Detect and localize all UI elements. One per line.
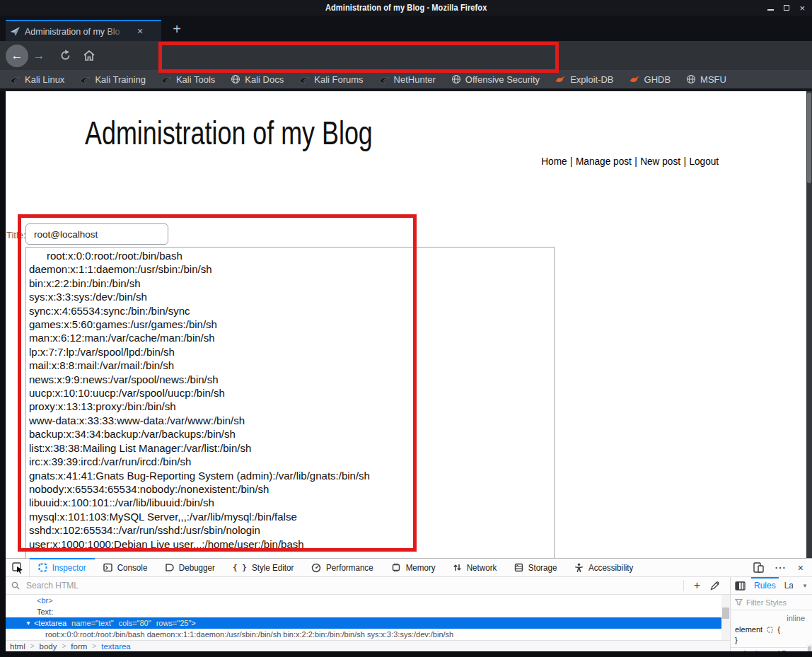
tab-layout-truncated[interactable]: La [784, 581, 793, 591]
devtools-tab-performance[interactable]: Performance [303, 559, 383, 576]
title-input[interactable] [25, 223, 168, 245]
bookmark-item[interactable]: NetHunter [379, 74, 436, 85]
add-node-button[interactable]: + [694, 579, 700, 592]
tab-close-icon[interactable]: × [134, 25, 146, 37]
bookmarks-toolbar: Kali LinuxKali TrainingKali ToolsKali Do… [0, 70, 812, 91]
devtools-tab-style-editor[interactable]: { }Style Editor [224, 559, 303, 576]
devtools-tab-debugger[interactable]: Debugger [156, 559, 224, 576]
devtools-tab-accessibility[interactable]: Accessibility [566, 559, 642, 576]
accessibility-icon [574, 563, 584, 573]
navigation-toolbar: ← → i vulnerable/admin/edit.php?id=0 uni… [0, 41, 812, 70]
devtools-close-icon[interactable]: × [798, 562, 804, 574]
forward-button[interactable]: → [28, 49, 50, 63]
devtools-tab-label: Debugger [179, 563, 215, 573]
markup-toolbar-right: + [683, 579, 724, 592]
new-tab-button[interactable]: + [168, 21, 185, 37]
markup-row-text-content[interactable]: root:x:0:0:root:/root:/bin/bash daemon:x… [6, 629, 730, 640]
markup-row-text[interactable]: Text: [6, 606, 730, 617]
breadcrumb-item-textarea[interactable]: textarea [101, 642, 131, 651]
markup-scrollbar-thumb[interactable] [722, 607, 729, 619]
reload-button[interactable] [59, 50, 71, 62]
breadcrumb-item-body[interactable]: body [40, 642, 57, 651]
nav-link[interactable]: New post [640, 155, 680, 167]
title-field-label: Title: [6, 230, 26, 240]
page-scrollbar[interactable] [806, 91, 812, 558]
breadcrumb: html>body>form>textarea [6, 640, 730, 651]
devtools-tab-label: Storage [528, 563, 557, 573]
page-scrollbar-thumb[interactable] [807, 93, 811, 183]
next-rule-location-link[interactable]: …fault.css:15 [735, 649, 806, 651]
inspector-left-pane: + <br> Text: ▼<textareaname="text"cols="… [6, 577, 730, 651]
kali-icon [161, 75, 172, 84]
bookmark-label: MSFU [700, 74, 726, 85]
responsive-design-icon[interactable] [753, 562, 764, 573]
rules-scrollbar-thumb[interactable] [808, 646, 811, 651]
tab-title: Administration of my Blo [25, 26, 128, 37]
devtools-tab-console[interactable]: Console [95, 559, 156, 576]
bookmark-item[interactable]: Kali Forums [299, 74, 363, 85]
window-controls: × [767, 0, 805, 16]
globe-icon [686, 74, 696, 84]
breadcrumb-item-form[interactable]: form [71, 642, 87, 651]
expand-arrow-icon[interactable]: ▼ [25, 620, 31, 627]
browser-tab[interactable]: Administration of my Blo × [6, 20, 161, 41]
bookmark-item[interactable]: Kali Docs [231, 74, 284, 85]
breadcrumb-item-html[interactable]: html [10, 642, 25, 651]
page-title: Administration of my Blog [85, 114, 373, 152]
globe-icon [231, 74, 240, 84]
kali-icon [80, 75, 91, 84]
markup-view: <br> Text: ▼<textareaname="text"cols="80… [6, 595, 730, 640]
bookmark-item[interactable]: Kali Linux [10, 74, 64, 85]
devtools-meatball-menu-icon[interactable]: ··· [775, 562, 787, 573]
attribute: rows="25" [156, 619, 192, 627]
bookmark-label: Kali Linux [25, 74, 64, 85]
devtools-tab-label: Console [117, 563, 148, 573]
devtools-tab-storage[interactable]: Storage [506, 559, 566, 576]
window-title: Administration of my Blog - Mozilla Fire… [325, 3, 487, 13]
bookmark-item[interactable]: Kali Training [80, 74, 146, 85]
brace-open: { [777, 624, 780, 635]
kali-icon [299, 75, 310, 84]
tab-rules[interactable]: Rules [751, 577, 779, 594]
nav-link[interactable]: Manage post [576, 155, 632, 167]
maximize-button[interactable] [784, 5, 789, 11]
markup-scrollbar[interactable] [721, 595, 730, 640]
debugger-icon [165, 563, 174, 572]
back-button[interactable]: ← [6, 45, 28, 67]
minimize-button[interactable] [767, 9, 774, 11]
inspector-icon [38, 563, 47, 572]
devtools-tab-memory[interactable]: Memory [383, 559, 444, 576]
bookmark-item[interactable]: Exploit-DB [555, 74, 613, 85]
bookmark-item[interactable]: Kali Tools [161, 74, 215, 85]
markup-row-textarea-selected[interactable]: ▼<textareaname="text"cols="80"rows="25"> [6, 617, 721, 629]
sidebar-toggle-icon[interactable] [735, 581, 746, 591]
post-text-area[interactable] [25, 247, 555, 558]
bookmark-item[interactable]: MSFU [686, 74, 726, 85]
bookmark-label: Kali Forums [314, 74, 363, 85]
devtools-tab-inspector[interactable]: Inspector [30, 559, 95, 576]
markup-row-br[interactable]: <br> [6, 595, 730, 606]
chevron-down-icon[interactable]: ▼ [802, 583, 808, 589]
eyedropper-icon[interactable] [710, 581, 720, 591]
rule-selector-line: element { [735, 624, 806, 635]
nav-separator: | [683, 155, 686, 167]
bookmark-item[interactable]: GHDB [630, 74, 671, 85]
element-picker-icon[interactable] [6, 559, 30, 576]
home-button[interactable] [83, 50, 95, 62]
highlighter-target-icon[interactable] [766, 626, 774, 634]
devtools-panel: InspectorConsoleDebugger{ }Style EditorP… [6, 558, 812, 651]
kali-icon [10, 75, 21, 84]
bookmark-label: Kali Docs [245, 74, 284, 85]
sidebar-tabs: Rules La ▼ [731, 577, 812, 595]
nav-link[interactable]: Home [541, 155, 567, 167]
tab-favicon [10, 26, 21, 37]
nav-link[interactable]: Logout [689, 155, 719, 167]
filter-styles-row[interactable]: Filter Styles [731, 595, 812, 610]
devtools-tab-network[interactable]: Network [444, 559, 506, 576]
attribute: name="text" [71, 619, 113, 627]
bookmark-item[interactable]: Offensive Security [451, 74, 540, 85]
rule-location-inline[interactable]: inline [735, 613, 806, 624]
close-window-button[interactable]: × [799, 4, 805, 13]
search-html-input[interactable] [25, 580, 678, 591]
rules-scrollbar[interactable] [807, 644, 812, 651]
